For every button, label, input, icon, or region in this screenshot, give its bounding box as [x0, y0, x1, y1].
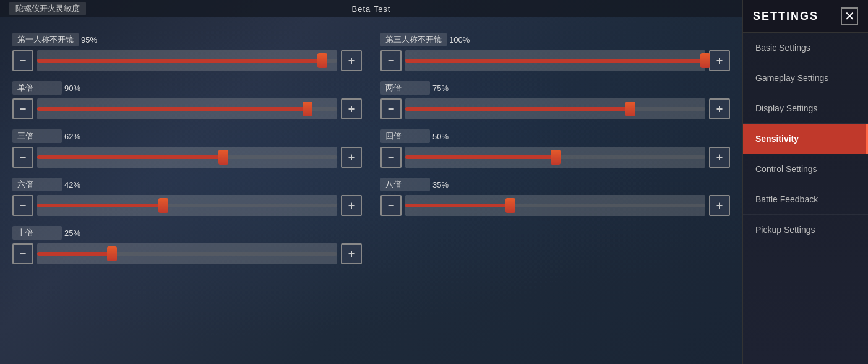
slider-fill-double-scope [405, 107, 630, 111]
minus-btn-ten-scope[interactable]: − [12, 243, 33, 264]
slider-thumb-third-person-no-scope[interactable] [700, 53, 710, 68]
nav-item-battle-feedback[interactable]: Battle Feedback [743, 184, 868, 215]
empty-right-4 [380, 221, 730, 269]
slider-row-triple-scope: −+ [12, 147, 362, 168]
plus-btn-triple-scope[interactable]: + [341, 147, 362, 168]
slider-track-inner-quad-scope [405, 155, 705, 159]
slider-label-row-ten-scope: 十倍25% [12, 226, 362, 240]
slider-group-ten-scope: 十倍25%−+ [12, 221, 362, 269]
slider-row-double-scope: −+ [380, 98, 730, 119]
slider-value-single-scope: 90% [64, 84, 92, 93]
nav-item-basic-settings[interactable]: Basic Settings [743, 33, 868, 63]
slider-group-single-scope: 单倍90%−+ [12, 76, 362, 124]
slider-fill-first-person-no-scope [37, 59, 322, 63]
slider-track-inner-double-scope [405, 107, 705, 111]
slider-label-single-scope: 单倍 [12, 81, 62, 95]
slider-track-inner-six-scope [37, 204, 337, 207]
slider-fill-single-scope [37, 107, 307, 111]
minus-btn-third-person-no-scope[interactable]: − [380, 50, 402, 71]
gyro-title: 陀螺仪开火灵敏度 [9, 2, 86, 15]
slider-label-six-scope: 六倍 [12, 178, 62, 191]
slider-value-eight-scope: 35% [432, 180, 460, 189]
nav-item-gameplay-settings[interactable]: Gameplay Settings [743, 63, 868, 93]
minus-btn-quad-scope[interactable]: − [380, 147, 402, 168]
slider-thumb-quad-scope[interactable] [551, 150, 561, 165]
plus-btn-eight-scope[interactable]: + [709, 195, 730, 216]
sidebar-nav: Basic SettingsGameplay SettingsDisplay S… [743, 33, 868, 364]
minus-btn-first-person-no-scope[interactable]: − [12, 50, 33, 71]
slider-row-single-scope: −+ [12, 98, 362, 119]
minus-btn-eight-scope[interactable]: − [380, 195, 402, 216]
slider-fill-six-scope [37, 204, 163, 207]
plus-btn-single-scope[interactable]: + [341, 98, 362, 119]
minus-btn-triple-scope[interactable]: − [12, 147, 33, 168]
slider-fill-eight-scope [405, 204, 510, 207]
slider-thumb-six-scope[interactable] [158, 198, 168, 213]
slider-group-triple-scope: 三倍62%−+ [12, 124, 362, 173]
slider-thumb-ten-scope[interactable] [107, 246, 117, 261]
close-button[interactable]: ✕ [841, 7, 858, 25]
plus-btn-double-scope[interactable]: + [709, 98, 730, 119]
slider-value-six-scope: 42% [64, 180, 92, 189]
slider-track-first-person-no-scope[interactable] [37, 50, 337, 71]
slider-label-row-quad-scope: 四倍50% [380, 129, 730, 143]
plus-btn-six-scope[interactable]: + [341, 195, 362, 216]
slider-thumb-double-scope[interactable] [625, 102, 635, 116]
main-content: 陀螺仪开火灵敏度 Beta Test 第一人称不开镜95%−+第三人称不开镜10… [0, 0, 742, 364]
minus-btn-double-scope[interactable]: − [380, 98, 402, 119]
header-bar: 陀螺仪开火灵敏度 Beta Test [0, 0, 742, 17]
sidebar-title: SETTINGS [753, 10, 819, 23]
slider-track-inner-third-person-no-scope [405, 59, 705, 63]
plus-btn-third-person-no-scope[interactable]: + [709, 50, 730, 71]
slider-thumb-eight-scope[interactable] [505, 198, 515, 213]
slider-group-quad-scope: 四倍50%−+ [380, 124, 730, 173]
slider-track-double-scope[interactable] [405, 98, 705, 119]
slider-row-quad-scope: −+ [380, 147, 730, 168]
slider-thumb-single-scope[interactable] [303, 102, 312, 116]
nav-item-control-settings[interactable]: Control Settings [743, 154, 868, 184]
slider-track-inner-first-person-no-scope [37, 59, 337, 63]
slider-row-eight-scope: −+ [380, 195, 730, 216]
plus-btn-first-person-no-scope[interactable]: + [341, 50, 362, 71]
slider-label-double-scope: 两倍 [380, 81, 430, 95]
slider-label-row-six-scope: 六倍42% [12, 178, 362, 191]
slider-track-quad-scope[interactable] [405, 147, 705, 168]
nav-item-pickup-settings[interactable]: Pickup Settings [743, 215, 868, 245]
slider-track-triple-scope[interactable] [37, 147, 337, 168]
slider-label-row-first-person-no-scope: 第一人称不开镜95% [12, 33, 362, 46]
slider-row-six-scope: −+ [12, 195, 362, 216]
slider-group-six-scope: 六倍42%−+ [12, 173, 362, 221]
slider-track-inner-triple-scope [37, 155, 337, 159]
slider-value-third-person-no-scope: 100% [449, 35, 477, 45]
plus-btn-ten-scope[interactable]: + [341, 243, 362, 264]
slider-label-row-double-scope: 两倍75% [380, 81, 730, 95]
slider-label-row-single-scope: 单倍90% [12, 81, 362, 95]
slider-fill-ten-scope [37, 252, 112, 256]
slider-track-single-scope[interactable] [37, 98, 337, 119]
slider-track-inner-eight-scope [405, 204, 705, 207]
beta-test-title: Beta Test [352, 4, 391, 14]
slider-group-first-person-no-scope: 第一人称不开镜95%−+ [12, 28, 362, 76]
slider-value-ten-scope: 25% [64, 228, 92, 238]
slider-thumb-triple-scope[interactable] [218, 150, 228, 165]
slider-label-first-person-no-scope: 第一人称不开镜 [12, 33, 79, 46]
slider-label-third-person-no-scope: 第三人称不开镜 [380, 33, 447, 46]
slider-label-row-triple-scope: 三倍62% [12, 129, 362, 143]
sidebar: SETTINGS ✕ Basic SettingsGameplay Settin… [742, 0, 868, 364]
slider-row-third-person-no-scope: −+ [380, 50, 730, 71]
slider-label-eight-scope: 八倍 [380, 178, 430, 191]
plus-btn-quad-scope[interactable]: + [709, 147, 730, 168]
slider-value-triple-scope: 62% [64, 132, 92, 141]
nav-item-display-settings[interactable]: Display Settings [743, 93, 868, 124]
slider-track-third-person-no-scope[interactable] [405, 50, 705, 71]
slider-track-eight-scope[interactable] [405, 195, 705, 216]
slider-track-ten-scope[interactable] [37, 243, 337, 264]
nav-item-sensitivity[interactable]: Sensitivity [743, 124, 868, 154]
slider-fill-quad-scope [405, 155, 556, 159]
sidebar-header: SETTINGS ✕ [743, 0, 868, 33]
slider-thumb-first-person-no-scope[interactable] [317, 53, 327, 68]
slider-track-six-scope[interactable] [37, 195, 337, 216]
slider-value-first-person-no-scope: 95% [81, 35, 109, 45]
minus-btn-single-scope[interactable]: − [12, 98, 33, 119]
minus-btn-six-scope[interactable]: − [12, 195, 33, 216]
